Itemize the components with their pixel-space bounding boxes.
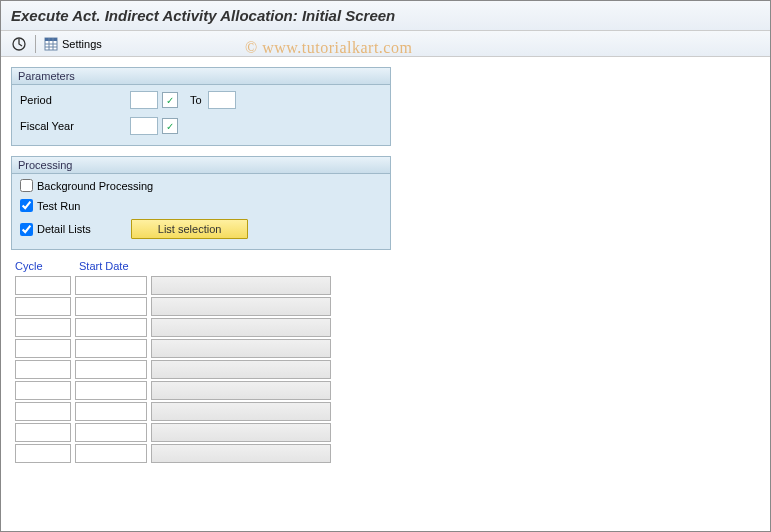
start-date-input[interactable] xyxy=(75,381,147,400)
parameters-group: Parameters Period ✓ To Fiscal Year ✓ xyxy=(11,67,391,146)
test-run-checkbox[interactable]: Test Run xyxy=(12,197,390,214)
table-row xyxy=(15,339,756,358)
cycle-input[interactable] xyxy=(15,381,71,400)
cycle-input[interactable] xyxy=(15,318,71,337)
cycle-input[interactable] xyxy=(15,444,71,463)
cycle-input[interactable] xyxy=(15,276,71,295)
fiscal-year-input[interactable] xyxy=(130,117,158,135)
page-title: Execute Act. Indirect Activity Allocatio… xyxy=(1,1,770,31)
settings-label: Settings xyxy=(62,38,102,50)
start-date-input[interactable] xyxy=(75,276,147,295)
fiscal-year-help-icon[interactable]: ✓ xyxy=(162,118,178,134)
row-readonly-cell xyxy=(151,360,331,379)
cycle-input[interactable] xyxy=(15,297,71,316)
row-readonly-cell xyxy=(151,318,331,337)
period-to-input[interactable] xyxy=(208,91,236,109)
testrun-label: Test Run xyxy=(37,200,80,212)
start-date-input[interactable] xyxy=(75,444,147,463)
cycle-input[interactable] xyxy=(15,360,71,379)
processing-title: Processing xyxy=(12,157,390,174)
start-date-input[interactable] xyxy=(75,339,147,358)
table-row xyxy=(15,402,756,421)
table-row xyxy=(15,444,756,463)
table-row xyxy=(15,381,756,400)
table-row xyxy=(15,360,756,379)
background-processing-checkbox[interactable]: Background Processing xyxy=(12,177,390,194)
start-date-input[interactable] xyxy=(75,423,147,442)
cycle-table: Cycle Start Date xyxy=(11,260,760,463)
row-readonly-cell xyxy=(151,297,331,316)
table-row xyxy=(15,276,756,295)
cycle-input[interactable] xyxy=(15,423,71,442)
settings-button[interactable]: Settings xyxy=(40,35,106,53)
table-row xyxy=(15,423,756,442)
start-date-input[interactable] xyxy=(75,402,147,421)
start-date-input[interactable] xyxy=(75,360,147,379)
detail-label: Detail Lists xyxy=(37,223,91,235)
toolbar-separator xyxy=(35,35,36,53)
table-row xyxy=(15,318,756,337)
period-from-help-icon[interactable]: ✓ xyxy=(162,92,178,108)
fiscal-year-label: Fiscal Year xyxy=(20,120,130,132)
row-readonly-cell xyxy=(151,444,331,463)
start-date-header: Start Date xyxy=(79,260,159,272)
cycle-header: Cycle xyxy=(15,260,57,272)
row-readonly-cell xyxy=(151,423,331,442)
to-label: To xyxy=(190,94,202,106)
background-checkbox-input[interactable] xyxy=(20,179,33,192)
period-label: Period xyxy=(20,94,130,106)
parameters-title: Parameters xyxy=(12,68,390,85)
row-readonly-cell xyxy=(151,402,331,421)
cycle-input[interactable] xyxy=(15,339,71,358)
svg-rect-2 xyxy=(45,38,57,41)
toolbar: Settings xyxy=(1,31,770,57)
row-readonly-cell xyxy=(151,339,331,358)
execute-icon xyxy=(11,36,27,52)
period-from-input[interactable] xyxy=(130,91,158,109)
row-readonly-cell xyxy=(151,381,331,400)
table-row xyxy=(15,297,756,316)
table-settings-icon xyxy=(44,37,58,51)
detail-checkbox-input[interactable] xyxy=(20,223,33,236)
execute-button[interactable] xyxy=(7,34,31,54)
detail-lists-checkbox[interactable]: Detail Lists xyxy=(20,223,91,236)
start-date-input[interactable] xyxy=(75,318,147,337)
cycle-input[interactable] xyxy=(15,402,71,421)
start-date-input[interactable] xyxy=(75,297,147,316)
testrun-checkbox-input[interactable] xyxy=(20,199,33,212)
background-label: Background Processing xyxy=(37,180,153,192)
list-selection-button[interactable]: List selection xyxy=(131,219,249,239)
row-readonly-cell xyxy=(151,276,331,295)
processing-group: Processing Background Processing Test Ru… xyxy=(11,156,391,250)
